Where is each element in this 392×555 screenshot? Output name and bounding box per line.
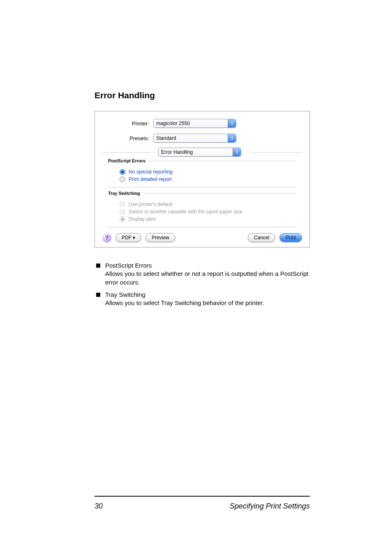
footer-rule — [95, 496, 310, 497]
radio-use-printer-default: Use printer's default — [120, 201, 295, 207]
presets-value: Standard — [154, 135, 228, 141]
footer-label: Specifying Print Settings — [230, 502, 310, 511]
printer-value: magicolor 2550 — [154, 120, 228, 126]
radio-print-detailed-report[interactable]: Print detailed report — [120, 176, 295, 182]
radio-icon — [120, 169, 125, 175]
presets-select[interactable]: Standard ▴▾ — [153, 134, 236, 143]
radio-label: Display alert — [129, 216, 156, 222]
printer-select[interactable]: magicolor 2550 ▴▾ — [153, 119, 236, 128]
presets-row: Presets: Standard ▴▾ — [102, 133, 302, 143]
preview-button[interactable]: Preview — [145, 233, 175, 242]
square-bullet-icon — [96, 264, 100, 268]
postscript-group-title: PostScript Errors — [108, 158, 145, 163]
bullet-list: PostScript Errors Allows you to select w… — [95, 261, 310, 307]
print-label: Print — [286, 235, 296, 240]
print-dialog: Printer: magicolor 2550 ▴▾ Presets: Stan… — [95, 111, 310, 247]
bullet-body: Allows you to select Tray Switching beha… — [105, 299, 310, 307]
options-select[interactable]: Error Handling ▴▾ — [158, 148, 241, 157]
chevron-updown-icon: ▴▾ — [233, 148, 241, 156]
options-row: Error Handling ▴▾ — [102, 148, 302, 157]
cancel-label: Cancel — [254, 235, 269, 240]
section-heading: Error Handling — [95, 90, 310, 100]
pdf-button[interactable]: PDF ▾ — [115, 233, 141, 242]
radio-icon — [120, 216, 125, 222]
options-value: Error Handling — [159, 149, 233, 155]
help-icon[interactable]: ? — [102, 233, 111, 242]
postscript-errors-group: PostScript Errors No special reporting P… — [108, 158, 296, 187]
radio-label: No special reporting — [129, 169, 173, 175]
printer-row: Printer: magicolor 2550 ▴▾ — [102, 118, 302, 129]
bullet-title: PostScript Errors — [105, 261, 310, 270]
radio-icon — [120, 201, 125, 207]
button-bar: ? PDF ▾ Preview Cancel Print — [102, 233, 302, 242]
preview-label: Preview — [152, 235, 169, 240]
radio-switch-cassette: Switch to another cassette with the same… — [120, 209, 295, 215]
tray-group-title: Tray Switching — [108, 191, 140, 196]
square-bullet-icon — [96, 293, 100, 297]
radio-label: Switch to another cassette with the same… — [129, 209, 242, 215]
chevron-updown-icon: ▴▾ — [228, 119, 236, 127]
print-button[interactable]: Print — [279, 233, 302, 242]
cancel-button[interactable]: Cancel — [248, 233, 275, 242]
list-item: Tray Switching Allows you to select Tray… — [95, 291, 310, 308]
printer-label: Printer: — [102, 120, 153, 127]
list-item: PostScript Errors Allows you to select w… — [95, 261, 310, 287]
radio-label: Use printer's default — [129, 201, 172, 207]
radio-label: Print detailed report — [129, 176, 172, 182]
tray-switching-group: Tray Switching Use printer's default Swi… — [108, 191, 296, 227]
bullet-title: Tray Switching — [105, 291, 310, 299]
radio-display-alert: Display alert — [120, 216, 295, 222]
radio-icon — [120, 176, 125, 182]
bullet-body: Allows you to select whether or not a re… — [105, 270, 310, 287]
radio-icon — [120, 209, 125, 215]
presets-label: Presets: — [102, 135, 153, 141]
pdf-label: PDF ▾ — [122, 235, 135, 240]
radio-no-special-reporting[interactable]: No special reporting — [120, 169, 295, 175]
chevron-updown-icon: ▴▾ — [228, 134, 236, 142]
page-number: 30 — [95, 502, 103, 511]
